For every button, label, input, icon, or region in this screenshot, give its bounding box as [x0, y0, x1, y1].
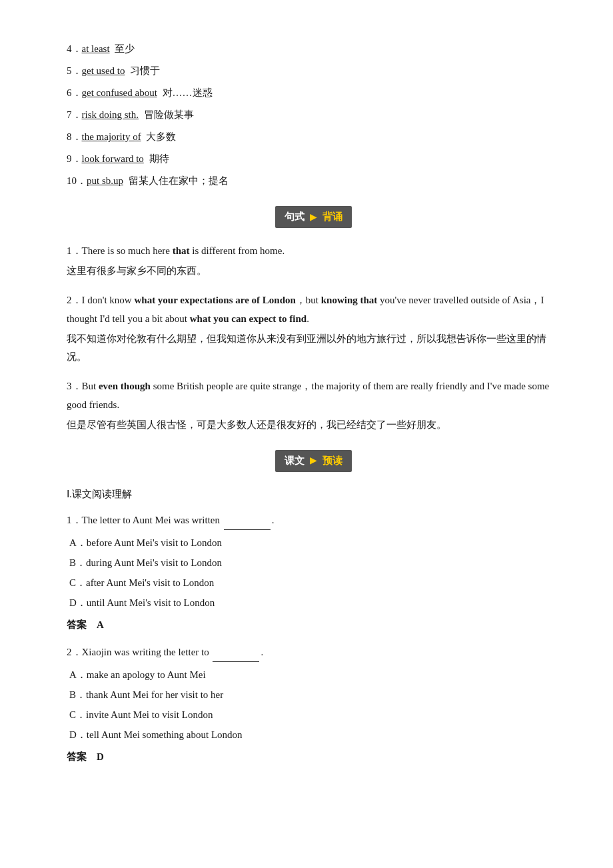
sentence-block-3: 3．But even though some British people ar… [67, 377, 560, 434]
sentence-en-2: 2．I don't know what your expectations ar… [67, 291, 560, 329]
question-dot: . [272, 515, 275, 525]
vocab-number: 5． [67, 65, 82, 76]
vocab-cn: 期待 [147, 153, 169, 164]
vocab-en: the majority of [82, 131, 141, 142]
question-text-1: 1．The letter to Aunt Mei was written . [67, 511, 560, 530]
option-item-2-A: A．make an apology to Aunt Mei [69, 666, 560, 684]
vocab-item-9: 9．look forward to 期待 [67, 150, 560, 168]
sentence-cn-1: 这里有很多与家乡不同的东西。 [67, 262, 560, 280]
option-item-1-C: C．after Aunt Mei's visit to London [69, 574, 560, 592]
sentence-block-2: 2．I don't know what your expectations ar… [67, 291, 560, 366]
sentence-part: even though [99, 381, 151, 391]
sentence-part: knowing that [321, 295, 378, 305]
vocab-item-6: 6．get confused about 对……迷惑 [67, 84, 560, 102]
sentence-part: . [306, 313, 309, 324]
option-item-1-D: D．until Aunt Mei's visit to London [69, 594, 560, 612]
question-blank [213, 643, 259, 662]
vocab-item-8: 8．the majority of 大多数 [67, 128, 560, 146]
vocab-item-10: 10．put sb.up 留某人住在家中；提名 [67, 172, 560, 190]
sentence-cn-3: 但是尽管有些英国人很古怪，可是大多数人还是很友好的，我已经结交了一些好朋友。 [67, 416, 560, 434]
sentence-part: that [173, 245, 190, 256]
vocab-number: 9． [67, 153, 82, 164]
section-header-kewen-left: 课文 [285, 452, 305, 470]
sentence-part: what your expectations are of London [134, 295, 295, 305]
option-item-2-D: D．tell Aunt Mei something about London [69, 726, 560, 744]
answer-1: 答案 A [67, 616, 560, 634]
sentence-en-1: 1．There is so much here that is differen… [67, 241, 560, 261]
vocab-en: put sb.up [87, 175, 123, 186]
section-header-kewen-arrow: ▶ [310, 452, 317, 469]
section-header-kewen-right: 预读 [322, 452, 342, 470]
section-header-juzi-left: 句式 [285, 208, 305, 226]
sentence-number: 1． [67, 245, 82, 256]
option-item-1-B: B．during Aunt Mei's visit to London [69, 554, 560, 572]
vocab-en: get used to [82, 65, 125, 76]
question-number: 2． [67, 647, 82, 657]
option-item-1-A: A．before Aunt Mei's visit to London [69, 534, 560, 552]
sentence-cn-2: 我不知道你对伦敦有什么期望，但我知道你从来没有到亚洲以外的地方旅行过，所以我想告… [67, 330, 560, 366]
sentence-block-1: 1．There is so much here that is differen… [67, 241, 560, 280]
vocab-number: 10． [67, 175, 87, 186]
question-block-1: 1．The letter to Aunt Mei was written .A．… [67, 511, 560, 634]
vocab-item-5: 5．get used to 习惯于 [67, 62, 560, 80]
section-header-juzi: 句式 ▶ 背诵 [247, 206, 380, 228]
vocab-cn: 大多数 [144, 131, 177, 142]
vocab-cn: 至少 [113, 43, 135, 54]
question-dot: . [261, 647, 263, 657]
vocab-number: 7． [67, 109, 82, 120]
answer-2: 答案 D [67, 748, 560, 766]
question-number: 1． [67, 515, 82, 525]
vocab-cn: 冒险做某事 [141, 109, 194, 120]
sentence-part: ，but [296, 295, 321, 305]
sentence-part: There is so much here [82, 245, 173, 256]
question-block-2: 2．Xiaojin was writing the letter to .A．m… [67, 643, 560, 766]
section-header-kewen: 课文 ▶ 预读 [247, 450, 380, 472]
vocab-number: 6． [67, 87, 82, 98]
sentence-part: But [82, 381, 99, 391]
sentences-container: 1．There is so much here that is differen… [67, 241, 560, 434]
vocab-en: at least [82, 43, 110, 54]
reading-section: Ⅰ.课文阅读理解 1．The letter to Aunt Mei was wr… [67, 485, 560, 766]
reading-title: Ⅰ.课文阅读理解 [67, 485, 560, 503]
vocab-item-4: 4．at least 至少 [67, 40, 560, 58]
section-header-juzi-arrow: ▶ [310, 209, 317, 225]
question-main-text: The letter to Aunt Mei was written [82, 515, 223, 525]
sentence-en-3: 3．But even though some British people ar… [67, 377, 560, 415]
questions-container: 1．The letter to Aunt Mei was written .A．… [67, 511, 560, 766]
question-blank [224, 511, 271, 530]
sentence-part: I don't know [82, 295, 135, 305]
vocab-cn: 留某人住在家中；提名 [126, 175, 229, 186]
vocab-number: 4． [67, 43, 82, 54]
vocab-item-7: 7．risk doing sth. 冒险做某事 [67, 106, 560, 124]
vocab-number: 8． [67, 131, 82, 142]
vocab-en: risk doing sth. [82, 109, 139, 120]
question-main-text: Xiaojin was writing the letter to [82, 647, 212, 657]
option-item-2-B: B．thank Aunt Mei for her visit to her [69, 686, 560, 704]
option-item-2-C: C．invite Aunt Mei to visit London [69, 706, 560, 724]
vocab-list: 4．at least 至少5．get used to 习惯于6．get conf… [67, 40, 560, 190]
vocab-en: look forward to [82, 153, 144, 164]
sentence-part: what you can expect to find [190, 313, 306, 324]
vocab-cn: 对……迷惑 [160, 87, 213, 98]
sentence-number: 2． [67, 295, 82, 305]
vocab-en: get confused about [82, 87, 157, 98]
section-header-juzi-right: 背诵 [322, 208, 342, 226]
vocab-cn: 习惯于 [128, 65, 161, 76]
sentence-part: is different from home. [190, 245, 285, 256]
question-text-2: 2．Xiaojin was writing the letter to . [67, 643, 560, 662]
sentence-number: 3． [67, 381, 82, 391]
